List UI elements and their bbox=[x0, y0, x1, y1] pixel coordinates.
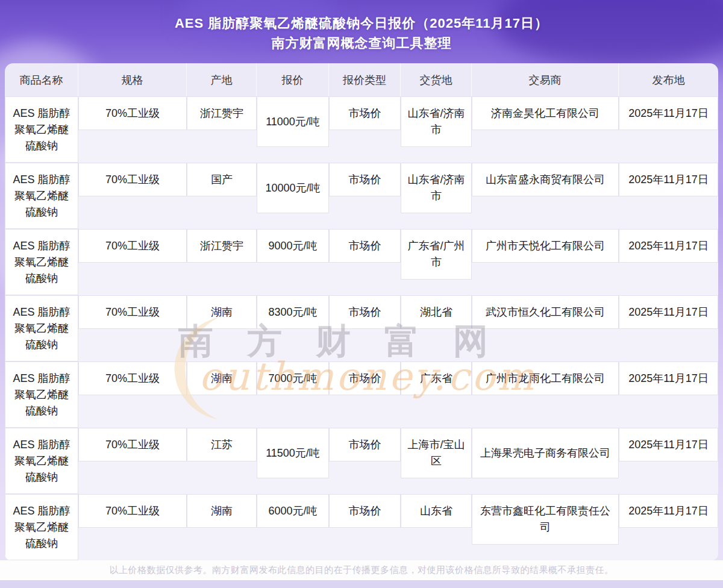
cell-delivery: 山东省/济南市 bbox=[401, 163, 472, 213]
cell-origin: 湖南 bbox=[187, 295, 257, 329]
cell-origin: 国产 bbox=[187, 163, 257, 196]
cell-product-name: AES 脂肪醇聚氧乙烯醚硫酸钠 bbox=[5, 295, 78, 361]
cell-spec: 70%工业级 bbox=[78, 428, 187, 461]
header-price-type: 报价类型 bbox=[329, 63, 401, 96]
cell-price: 11000元/吨 bbox=[257, 96, 329, 147]
header-origin: 产地 bbox=[187, 63, 257, 96]
cell-product-name: AES 脂肪醇聚氧乙烯醚硫酸钠 bbox=[5, 229, 78, 295]
page-title-line2: 南方财富网概念查询工具整理 bbox=[0, 33, 723, 53]
cell-publish-date: 2025年11月17日 bbox=[619, 428, 718, 461]
table-row: AES 脂肪醇聚氧乙烯醚硫酸钠 70%工业级 浙江赞宇 9000元/吨 市场价 … bbox=[5, 229, 718, 295]
cell-price-type: 市场价 bbox=[329, 163, 401, 196]
cell-price: 8300元/吨 bbox=[257, 295, 329, 329]
cell-delivery: 广东省 bbox=[401, 361, 472, 395]
cell-delivery: 湖北省 bbox=[401, 295, 472, 329]
cell-spec: 70%工业级 bbox=[78, 361, 187, 395]
cell-spec: 70%工业级 bbox=[78, 163, 187, 196]
table-row: AES 脂肪醇聚氧乙烯醚硫酸钠 70%工业级 江苏 11500元/吨 市场价 上… bbox=[5, 428, 718, 494]
cell-delivery: 广东省/广州市 bbox=[401, 229, 472, 280]
cell-trader: 济南金昊化工有限公司 bbox=[472, 96, 619, 130]
cell-price-type: 市场价 bbox=[329, 494, 401, 528]
cell-trader: 上海果壳电子商务有限公司 bbox=[472, 428, 619, 478]
page-title: AES 脂肪醇聚氧乙烯醚硫酸钠今日报价（2025年11月17日） 南方财富网概念… bbox=[0, 0, 723, 53]
cell-origin: 湖南 bbox=[187, 361, 257, 395]
cell-product-name: AES 脂肪醇聚氧乙烯醚硫酸钠 bbox=[5, 361, 78, 428]
cell-origin: 江苏 bbox=[187, 428, 257, 461]
quote-table: 商品名称 规格 产地 报价 报价类型 交货地 交易商 发布地 AES 脂肪醇聚氧… bbox=[5, 63, 718, 560]
cell-spec: 70%工业级 bbox=[78, 229, 187, 263]
cell-price-type: 市场价 bbox=[329, 229, 401, 263]
cell-publish-date: 2025年11月17日 bbox=[619, 229, 718, 263]
cell-product-name: AES 脂肪醇聚氧乙烯醚硫酸钠 bbox=[5, 428, 78, 494]
bottom-strip bbox=[0, 580, 723, 588]
page-title-line1: AES 脂肪醇聚氧乙烯醚硫酸钠今日报价（2025年11月17日） bbox=[0, 13, 723, 33]
cell-price: 6000元/吨 bbox=[257, 494, 329, 528]
table-row: AES 脂肪醇聚氧乙烯醚硫酸钠 70%工业级 湖南 7000元/吨 市场价 广东… bbox=[5, 361, 718, 428]
cell-publish-date: 2025年11月17日 bbox=[619, 96, 718, 130]
cell-price: 11500元/吨 bbox=[257, 428, 329, 478]
cell-price: 7000元/吨 bbox=[257, 361, 329, 395]
header-trader: 交易商 bbox=[472, 63, 619, 96]
cell-publish-date: 2025年11月17日 bbox=[619, 494, 718, 528]
cell-spec: 70%工业级 bbox=[78, 494, 187, 528]
cell-spec: 70%工业级 bbox=[78, 295, 187, 329]
cell-trader: 山东富盛永商贸有限公司 bbox=[472, 163, 619, 196]
cell-product-name: AES 脂肪醇聚氧乙烯醚硫酸钠 bbox=[5, 96, 78, 163]
footer: 以上价格数据仅供参考。南方财富网发布此信息的目的在于传播更多信息，对使用该价格信… bbox=[0, 560, 723, 580]
table-row: AES 脂肪醇聚氧乙烯醚硫酸钠 70%工业级 国产 10000元/吨 市场价 山… bbox=[5, 163, 718, 229]
cell-publish-date: 2025年11月17日 bbox=[619, 295, 718, 329]
cell-delivery: 山东省/济南市 bbox=[401, 96, 472, 147]
cell-origin: 湖南 bbox=[187, 494, 257, 528]
cell-trader: 东营市鑫旺化工有限责任公司 bbox=[472, 494, 619, 545]
cell-delivery: 上海市/宝山区 bbox=[401, 428, 472, 478]
footer-disclaimer: 以上价格数据仅供参考。南方财富网发布此信息的目的在于传播更多信息，对使用该价格信… bbox=[110, 565, 614, 576]
cell-product-name: AES 脂肪醇聚氧乙烯醚硫酸钠 bbox=[5, 494, 78, 560]
table-row: AES 脂肪醇聚氧乙烯醚硫酸钠 70%工业级 湖南 8300元/吨 市场价 湖北… bbox=[5, 295, 718, 361]
header-delivery: 交货地 bbox=[401, 63, 472, 96]
header-price: 报价 bbox=[257, 63, 329, 96]
cell-price: 9000元/吨 bbox=[257, 229, 329, 263]
cell-publish-date: 2025年11月17日 bbox=[619, 361, 718, 395]
cell-trader: 广州市龙雨化工有限公司 bbox=[472, 361, 619, 395]
table-header-row: 商品名称 规格 产地 报价 报价类型 交货地 交易商 发布地 bbox=[5, 63, 718, 96]
cell-price-type: 市场价 bbox=[329, 428, 401, 461]
cell-price: 10000元/吨 bbox=[257, 163, 329, 213]
cell-origin: 浙江赞宇 bbox=[187, 229, 257, 263]
cell-delivery: 山东省 bbox=[401, 494, 472, 528]
cell-product-name: AES 脂肪醇聚氧乙烯醚硫酸钠 bbox=[5, 163, 78, 229]
cell-origin: 浙江赞宇 bbox=[187, 96, 257, 130]
header-publish-date: 发布地 bbox=[619, 63, 718, 96]
table-row: AES 脂肪醇聚氧乙烯醚硫酸钠 70%工业级 湖南 6000元/吨 市场价 山东… bbox=[5, 494, 718, 560]
table-row: AES 脂肪醇聚氧乙烯醚硫酸钠 70%工业级 浙江赞宇 11000元/吨 市场价… bbox=[5, 96, 718, 163]
cell-publish-date: 2025年11月17日 bbox=[619, 163, 718, 196]
cell-price-type: 市场价 bbox=[329, 295, 401, 329]
cell-spec: 70%工业级 bbox=[78, 96, 187, 130]
header-spec: 规格 bbox=[78, 63, 187, 96]
cell-price-type: 市场价 bbox=[329, 361, 401, 395]
cell-trader: 广州市天悦化工有限公司 bbox=[472, 229, 619, 263]
cell-trader: 武汉市恒久化工有限公司 bbox=[472, 295, 619, 329]
cell-price-type: 市场价 bbox=[329, 96, 401, 130]
header-product-name: 商品名称 bbox=[5, 63, 78, 96]
